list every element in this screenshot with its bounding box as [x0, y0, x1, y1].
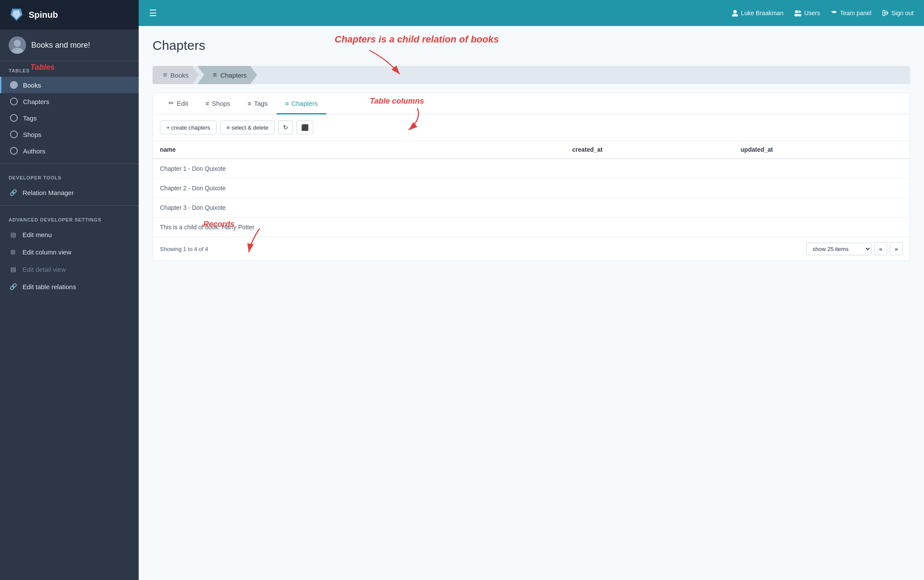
team-panel-button[interactable]: Team panel [830, 10, 871, 16]
breadcrumb-chapters[interactable]: ≡ Chapters [197, 66, 257, 84]
breadcrumb-books-label: Books [170, 72, 189, 79]
sidebar-item-books[interactable]: Books [0, 77, 139, 93]
col-created-header: created_at [565, 141, 734, 159]
signout-icon [882, 10, 889, 16]
columns-annotation-wrapper: Table columns [326, 93, 903, 114]
table-row[interactable]: Chapter 2 - Don Quixote [153, 179, 910, 198]
detail-icon: ▤ [9, 265, 17, 274]
tab-chapters[interactable]: ≡ Chapters [277, 93, 327, 114]
prev-page-button[interactable]: « [874, 242, 887, 255]
project-avatar [9, 36, 26, 54]
edit-menu-label: Edit menu [23, 231, 52, 238]
columns-icon: ⊞ [9, 248, 17, 256]
row-0-name: Chapter 1 - Don Quixote [153, 159, 565, 179]
row-0-updated [734, 159, 910, 179]
table-row[interactable]: Chapter 3 - Don Quixote [153, 198, 910, 218]
topbar: ☰ Luke Braakman Users Team panel [139, 0, 924, 26]
tables-section-wrapper: TABLES Tables [0, 61, 139, 77]
project-header: Books and more! [0, 29, 139, 61]
divider-1 [0, 163, 139, 164]
tab-strip: ✏ Edit ≡ Shops ≡ Tags ≡ Chapters [153, 93, 910, 114]
tags-tab-icon: ≡ [247, 100, 251, 107]
sidebar-item-chapters-label: Chapters [23, 98, 49, 105]
svg-point-5 [733, 10, 737, 13]
tags-tab-label: Tags [254, 100, 268, 107]
user-menu[interactable]: Luke Braakman [732, 10, 784, 16]
nav-dot-tags [10, 114, 18, 122]
edit-column-label: Edit column view [23, 248, 72, 256]
menu-icon: ▤ [9, 230, 17, 239]
adv-section-label: ADVANCED DEVELOPER SETTINGS [0, 210, 139, 226]
breadcrumb-bar: ≡ Books ≡ Chapters [153, 66, 910, 84]
row-3-created [565, 218, 734, 237]
table-toolbar: + create chapters ≡ select & delete ↻ ⬛ [153, 114, 910, 141]
sidebar-item-tags[interactable]: Tags [0, 110, 139, 126]
user-icon [732, 10, 739, 16]
sidebar-item-edit-column[interactable]: ⊞ Edit column view [0, 243, 139, 261]
records-annotation-arrow [247, 226, 299, 257]
users-icon [794, 10, 802, 16]
table-header-row: name created_at updated_at [153, 141, 910, 159]
select-delete-button[interactable]: ≡ select & delete [220, 121, 275, 134]
data-table: name created_at updated_at Chapter 1 - D… [153, 141, 910, 237]
breadcrumb-chapters-label: Chapters [220, 72, 247, 79]
refresh-button[interactable]: ↻ [278, 121, 293, 134]
tab-shops[interactable]: ≡ Shops [197, 93, 239, 114]
items-per-page-select[interactable]: show 25 items show 50 items show 100 ite… [806, 243, 872, 255]
edit-relations-label: Edit table relations [23, 283, 76, 290]
team-icon [830, 10, 837, 16]
table-row[interactable]: Chapter 1 - Don Quixote [153, 159, 910, 179]
sidebar-item-edit-detail: ▤ Edit detail view [0, 261, 139, 278]
chapters-tab-label: Chapters [291, 100, 318, 107]
svg-point-6 [732, 14, 738, 16]
sidebar-item-tags-label: Tags [23, 114, 37, 122]
users-label: Users [804, 10, 820, 16]
tables-annotation: Tables [30, 63, 55, 72]
sidebar-item-authors[interactable]: Authors [0, 143, 139, 159]
dev-section-label: DEVELOPER TOOLS [0, 168, 139, 184]
sidebar-item-chapters[interactable]: Chapters [0, 93, 139, 110]
export-button[interactable]: ⬛ [296, 121, 313, 134]
row-0-created [565, 159, 734, 179]
relations-icon: 🔗 [9, 282, 17, 291]
tab-edit[interactable]: ✏ Edit [160, 93, 197, 114]
row-2-updated [734, 198, 910, 218]
pagination: show 25 items show 50 items show 100 ite… [806, 242, 903, 255]
sidebar: Spinub Books and more! TABLES Tables Boo… [0, 0, 139, 580]
showing-text-wrapper: Showing 1 to 4 of 4 Records [160, 246, 208, 252]
edit-tab-label: Edit [177, 100, 188, 107]
users-button[interactable]: Users [794, 10, 820, 16]
divider-2 [0, 205, 139, 206]
chapters-tab-icon: ≡ [285, 100, 289, 107]
row-2-created [565, 198, 734, 218]
tab-tags[interactable]: ≡ Tags [239, 93, 276, 114]
svg-point-10 [797, 14, 801, 16]
app-name: Spinub [29, 10, 58, 20]
project-name: Books and more! [31, 41, 90, 50]
shops-tab-icon: ≡ [205, 100, 209, 107]
team-label: Team panel [840, 10, 871, 16]
svg-point-9 [798, 10, 801, 13]
signout-label: Sign out [891, 10, 914, 16]
relation-manager-label: Relation Manager [23, 189, 74, 196]
next-page-button[interactable]: » [890, 242, 903, 255]
svg-point-3 [14, 40, 21, 47]
col-name-header: name [153, 141, 565, 159]
nav-dot-books [10, 81, 18, 89]
create-chapters-button[interactable]: + create chapters [160, 121, 217, 134]
content-wrapper: Chapters Chapters is a child relation of… [153, 38, 910, 261]
columns-annotation-label: Table columns [370, 97, 424, 106]
spinub-logo-icon [9, 7, 24, 23]
sidebar-item-edit-menu[interactable]: ▤ Edit menu [0, 226, 139, 243]
sidebar-item-shops-label: Shops [23, 131, 42, 138]
user-name: Luke Braakman [741, 10, 784, 16]
hamburger-button[interactable]: ☰ [149, 8, 157, 18]
edit-tab-icon: ✏ [169, 99, 174, 107]
signout-button[interactable]: Sign out [882, 10, 914, 16]
sidebar-item-authors-label: Authors [23, 147, 46, 155]
sidebar-item-edit-relations[interactable]: 🔗 Edit table relations [0, 278, 139, 295]
table-footer: Showing 1 to 4 of 4 Records [153, 237, 910, 261]
sidebar-item-relation-manager[interactable]: 🔗 Relation Manager [0, 184, 139, 201]
sidebar-item-shops[interactable]: Shops [0, 126, 139, 143]
breadcrumb-books[interactable]: ≡ Books [153, 66, 199, 84]
